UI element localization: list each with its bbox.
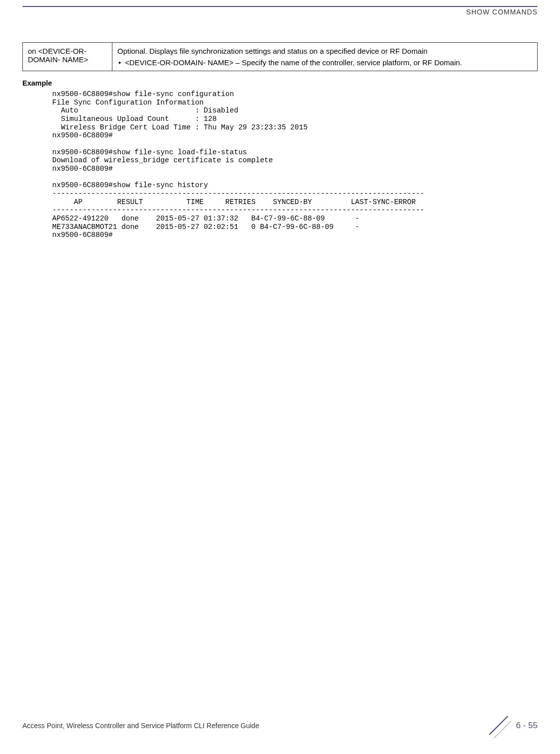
parameter-table: on <DEVICE-OR-DOMAIN- NAME> Optional. Di… xyxy=(22,42,538,71)
svg-line-0 xyxy=(489,716,508,735)
footer-decoration-icon xyxy=(485,712,512,739)
bullet-icon: • xyxy=(117,58,125,67)
param-bullet-row: • <DEVICE-OR-DOMAIN- NAME> – Specify the… xyxy=(117,55,532,67)
main-content: on <DEVICE-OR-DOMAIN- NAME> Optional. Di… xyxy=(22,42,538,239)
param-desc-cell: Optional. Displays file synchronization … xyxy=(112,43,538,71)
page-footer: Access Point, Wireless Controller and Se… xyxy=(22,712,538,739)
param-desc-main: Optional. Displays file synchronization … xyxy=(117,47,532,55)
table-row: on <DEVICE-OR-DOMAIN- NAME> Optional. Di… xyxy=(23,43,538,71)
header-section-title: SHOW COMMANDS xyxy=(466,8,538,16)
param-name-cell: on <DEVICE-OR-DOMAIN- NAME> xyxy=(23,43,112,71)
footer-page-box: 6 - 55 xyxy=(485,712,538,739)
footer-doc-title: Access Point, Wireless Controller and Se… xyxy=(22,722,259,730)
footer-page-number: 6 - 55 xyxy=(516,721,538,731)
header-rule xyxy=(22,6,538,7)
svg-line-1 xyxy=(494,721,511,738)
param-bullet-text: <DEVICE-OR-DOMAIN- NAME> – Specify the n… xyxy=(125,58,462,67)
example-heading: Example xyxy=(22,79,538,87)
terminal-output: nx9500-6C8809#show file-sync configurati… xyxy=(52,90,538,239)
